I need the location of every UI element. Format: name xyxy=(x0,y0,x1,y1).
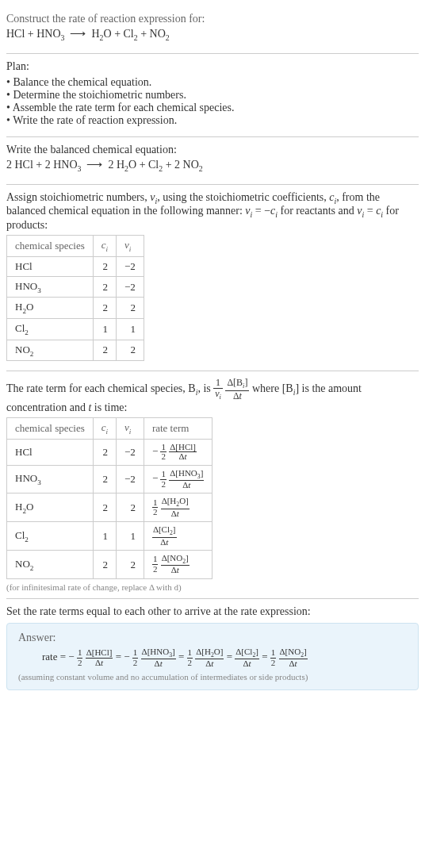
answer-note: (assuming constant volume and no accumul… xyxy=(18,672,407,682)
plan-item: Write the rate of reaction expression. xyxy=(6,114,419,127)
plan-list: Balance the chemical equation. Determine… xyxy=(6,76,419,127)
cell-ci: 2 xyxy=(93,256,116,276)
cell-rate-term: 12 Δ[NO2]Δt xyxy=(144,551,212,579)
table-row: Cl211Δ[Cl2]Δt xyxy=(7,522,212,551)
problem-header: Construct the rate of reaction expressio… xyxy=(6,6,419,53)
stoich-section: Assign stoichiometric numbers, νi, using… xyxy=(6,185,419,371)
col-species: chemical species xyxy=(7,417,94,439)
col-nui: νi xyxy=(117,236,144,257)
cell-species: H2O xyxy=(7,494,94,522)
stoich-table: chemical species ci νi HCl2−2 HNO32−2 H2… xyxy=(6,235,144,361)
plan-title: Plan: xyxy=(6,60,419,73)
final-section: Set the rate terms equal to each other t… xyxy=(6,599,419,697)
rate-terms-footnote: (for infinitesimal rate of change, repla… xyxy=(6,582,419,592)
cell-species: H2O xyxy=(7,298,94,319)
cell-nui: 2 xyxy=(117,551,144,579)
table-row: HNO32−2 xyxy=(7,276,144,298)
cell-rate-term: Δ[Cl2]Δt xyxy=(144,522,212,551)
col-rate-term: rate term xyxy=(144,417,212,439)
table-row: H2O22 xyxy=(7,298,144,319)
cell-nui: 1 xyxy=(117,522,144,551)
table-row: HNO32−2− 12 Δ[HNO3]Δt xyxy=(7,465,212,494)
table-row: Cl211 xyxy=(7,318,144,340)
cell-ci: 1 xyxy=(93,522,116,551)
problem-prompt: Construct the rate of reaction expressio… xyxy=(6,13,419,25)
cell-nui: −2 xyxy=(117,256,144,276)
cell-rate-term: 12 Δ[H2O]Δt xyxy=(144,494,212,522)
cell-rate-term: − 12 Δ[HNO3]Δt xyxy=(144,465,212,494)
cell-nui: 2 xyxy=(117,494,144,522)
table-row: HCl2−2 xyxy=(7,256,144,276)
answer-box: Answer: rate = − 12 Δ[HCl]Δt = − 12 Δ[HN… xyxy=(6,623,419,690)
cell-nui: 2 xyxy=(117,298,144,319)
col-ci: ci xyxy=(93,417,116,439)
cell-ci: 2 xyxy=(93,439,116,465)
cell-ci: 2 xyxy=(93,276,116,298)
cell-ci: 2 xyxy=(93,340,116,361)
final-intro: Set the rate terms equal to each other t… xyxy=(6,605,419,618)
cell-species: Cl2 xyxy=(7,318,94,340)
cell-ci: 2 xyxy=(93,551,116,579)
cell-ci: 2 xyxy=(93,494,116,522)
cell-species: HNO3 xyxy=(7,276,94,298)
rate-terms-intro: The rate term for each chemical species,… xyxy=(6,378,419,414)
cell-species: Cl2 xyxy=(7,522,94,551)
table-row: HCl2−2− 12 Δ[HCl]Δt xyxy=(7,439,212,465)
plan-section: Plan: Balance the chemical equation. Det… xyxy=(6,54,419,136)
table-row: NO222 xyxy=(7,340,144,361)
cell-species: HCl xyxy=(7,256,94,276)
cell-nui: 1 xyxy=(117,318,144,340)
cell-species: NO2 xyxy=(7,551,94,579)
cell-species: HCl xyxy=(7,439,94,465)
balanced-section: Write the balanced chemical equation: 2 … xyxy=(6,137,419,184)
plan-item: Determine the stoichiometric numbers. xyxy=(6,89,419,102)
cell-nui: −2 xyxy=(117,439,144,465)
unbalanced-equation: HCl + HNO3 ⟶ H2O + Cl2 + NO2 xyxy=(6,27,419,42)
plan-item: Assemble the rate term for each chemical… xyxy=(6,102,419,114)
cell-nui: −2 xyxy=(117,465,144,494)
cell-rate-term: − 12 Δ[HCl]Δt xyxy=(144,439,212,465)
table-row: H2O2212 Δ[H2O]Δt xyxy=(7,494,212,522)
stoich-intro: Assign stoichiometric numbers, νi, using… xyxy=(6,191,419,232)
balanced-equation: 2 HCl + 2 HNO3 ⟶ 2 H2O + Cl2 + 2 NO2 xyxy=(6,158,419,173)
cell-nui: 2 xyxy=(117,340,144,361)
cell-nui: −2 xyxy=(117,276,144,298)
cell-ci: 1 xyxy=(93,318,116,340)
table-header-row: chemical species ci νi rate term xyxy=(7,417,212,439)
col-species: chemical species xyxy=(7,236,94,257)
col-nui: νi xyxy=(117,417,144,439)
col-ci: ci xyxy=(93,236,116,257)
rate-terms-section: The rate term for each chemical species,… xyxy=(6,371,419,598)
balanced-intro: Write the balanced chemical equation: xyxy=(6,144,419,156)
cell-species: NO2 xyxy=(7,340,94,361)
table-row: NO22212 Δ[NO2]Δt xyxy=(7,551,212,579)
rate-terms-table: chemical species ci νi rate term HCl2−2−… xyxy=(6,417,212,579)
cell-ci: 2 xyxy=(93,465,116,494)
cell-ci: 2 xyxy=(93,298,116,319)
table-header-row: chemical species ci νi xyxy=(7,236,144,257)
plan-item: Balance the chemical equation. xyxy=(6,76,419,89)
answer-label: Answer: xyxy=(18,632,407,644)
cell-species: HNO3 xyxy=(7,465,94,494)
rate-expression: rate = − 12 Δ[HCl]Δt = − 12 Δ[HNO3]Δt = … xyxy=(42,647,407,669)
